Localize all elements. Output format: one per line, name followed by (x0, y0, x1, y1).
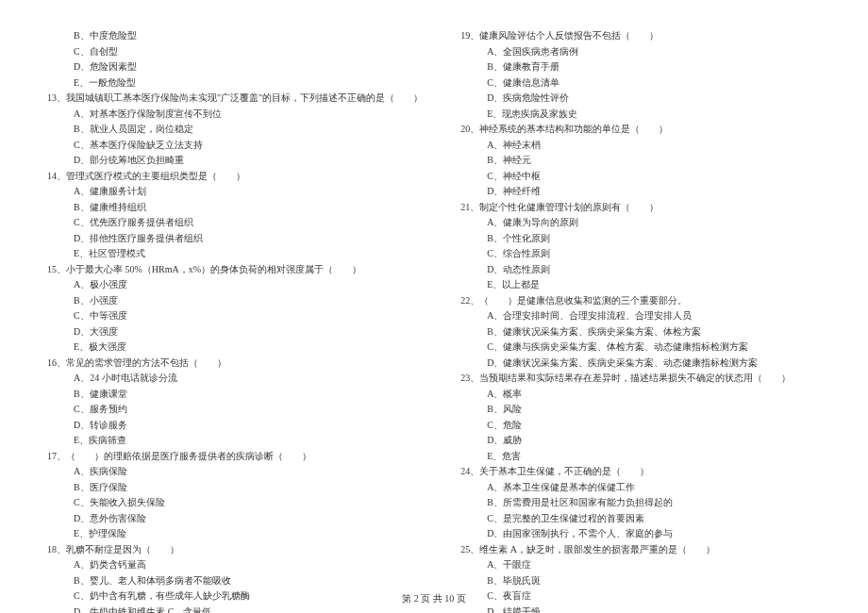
question-option: E、社区管理模式 (47, 246, 423, 262)
question-option: D、危险因素型 (47, 59, 423, 75)
question-option: C、健康与疾病史采集方案、体检方案、动态健康指标检测方案 (460, 340, 821, 356)
question-option: A、奶类含钙量高 (47, 557, 423, 573)
question-option: B、中度危险型 (47, 28, 423, 44)
question-option: B、神经元 (460, 153, 821, 169)
question-option: B、医疗保险 (47, 480, 423, 496)
question-option: D、由国家强制执行，不需个人、家庭的参与 (460, 526, 821, 542)
question-option: D、健康状况采集方案、疾病史采集方案、动态健康指标检测方案 (460, 356, 821, 372)
question-option: A、24 小时电话就诊分流 (47, 371, 423, 387)
question-option: A、概率 (460, 387, 821, 403)
question-option: B、婴儿、老人和体弱多病者不能吸收 (47, 573, 423, 589)
question-option: E、以上都是 (460, 277, 821, 293)
question-stem: 24、关于基本卫生保健，不正确的是（ ） (460, 464, 821, 480)
question-option: C、失能收入损失保险 (47, 495, 423, 511)
question-option: A、健康为导向的原则 (460, 215, 821, 231)
question-option: E、一般危险型 (47, 75, 423, 91)
question-option: C、神经中枢 (460, 169, 821, 185)
question-stem: 23、当预期结果和实际结果存在差异时，描述结果损失不确定的状态用（ ） (460, 371, 821, 387)
question-option: B、所需费用是社区和国家有能力负担得起的 (460, 495, 821, 511)
question-option: E、危害 (460, 449, 821, 465)
question-option: A、干眼症 (460, 557, 821, 573)
question-option: D、排他性医疗服务提供者组织 (47, 231, 423, 247)
question-option: A、神经末梢 (460, 138, 821, 154)
question-option: C、优先医疗服务提供者组织 (47, 215, 423, 231)
question-option: C、综合性原则 (460, 246, 821, 262)
question-option: A、疾病保险 (47, 464, 423, 480)
question-option: E、护理保险 (47, 526, 423, 542)
question-option: C、是完整的卫生保健过程的首要因素 (460, 511, 821, 527)
question-stem: 21、制定个性化健康管理计划的原则有（ ） (460, 200, 821, 216)
left-column: B、中度危险型C、自创型D、危险因素型E、一般危险型13、我国城镇职工基本医疗保… (47, 28, 423, 613)
question-stem: 17、（ ）的理赔依据是医疗服务提供者的疾病诊断（ ） (47, 449, 423, 465)
question-option: E、疾病筛查 (47, 433, 423, 449)
question-stem: 19、健康风险评估个人反馈报告不包括（ ） (460, 28, 821, 44)
question-option: E、现患疾病及家族史 (460, 107, 821, 123)
question-option: C、危险 (460, 418, 821, 434)
question-option: C、中等强度 (47, 308, 423, 324)
question-option: B、健康状况采集方案、疾病史采集方案、体检方案 (460, 324, 821, 340)
question-option: B、风险 (460, 402, 821, 418)
question-option: C、健康信息清单 (460, 75, 821, 91)
question-option: D、神经纤维 (460, 184, 821, 200)
question-option: B、就业人员固定，岗位稳定 (47, 122, 423, 138)
question-option: D、意外伤害保险 (47, 511, 423, 527)
question-option: A、健康服务计划 (47, 184, 423, 200)
question-stem: 16、常见的需求管理的方法不包括（ ） (47, 356, 423, 372)
question-stem: 15、小于最大心率 50%（HRmA，x%）的身体负荷的相对强度属于（ ） (47, 262, 423, 278)
question-option: D、威胁 (460, 433, 821, 449)
question-option: A、全国疾病患者病例 (460, 44, 821, 60)
question-option: B、毕脱氏斑 (460, 573, 821, 589)
question-option: E、极大强度 (47, 340, 423, 356)
question-stem: 13、我国城镇职工基本医疗保险尚未实现"广泛覆盖"的目标，下列描述不正确的是（ … (47, 91, 423, 107)
question-option: A、对基本医疗保险制度宣传不到位 (47, 107, 423, 123)
question-stem: 18、乳糖不耐症是因为（ ） (47, 542, 423, 558)
question-option: A、合理安排时间、合理安排流程、合理安排人员 (460, 308, 821, 324)
right-column: 19、健康风险评估个人反馈报告不包括（ ）A、全国疾病患者病例B、健康教育手册C… (460, 28, 821, 613)
question-stem: 25、维生素 A，缺乏时，眼部发生的损害最严重的是（ ） (460, 542, 821, 558)
question-stem: 14、管理式医疗模式的主要组织类型是（ ） (47, 169, 423, 185)
question-option: B、健康教育手册 (460, 59, 821, 75)
page-footer: 第 2 页 共 10 页 (0, 592, 868, 605)
question-option: C、服务预约 (47, 402, 423, 418)
question-option: D、部分统筹地区负担畸重 (47, 153, 423, 169)
question-option: B、个性化原则 (460, 231, 821, 247)
question-option: B、小强度 (47, 293, 423, 309)
question-option: A、极小强度 (47, 277, 423, 293)
question-option: B、健康维持组织 (47, 200, 423, 216)
question-option: D、动态性原则 (460, 262, 821, 278)
question-option: C、自创型 (47, 44, 423, 60)
question-stem: 20、神经系统的基本结构和功能的单位是（ ） (460, 122, 821, 138)
page-content: B、中度危险型C、自创型D、危险因素型E、一般危险型13、我国城镇职工基本医疗保… (0, 0, 868, 613)
question-option: D、疾病危险性评价 (460, 91, 821, 107)
question-option: D、转诊服务 (47, 418, 423, 434)
question-stem: 22、（ ）是健康信息收集和监测的三个重要部分。 (460, 293, 821, 309)
question-option: D、大强度 (47, 324, 423, 340)
question-option: A、基本卫生保健是基本的保健工作 (460, 480, 821, 496)
question-option: C、基本医疗保险缺乏立法支持 (47, 138, 423, 154)
question-option: B、健康课堂 (47, 387, 423, 403)
